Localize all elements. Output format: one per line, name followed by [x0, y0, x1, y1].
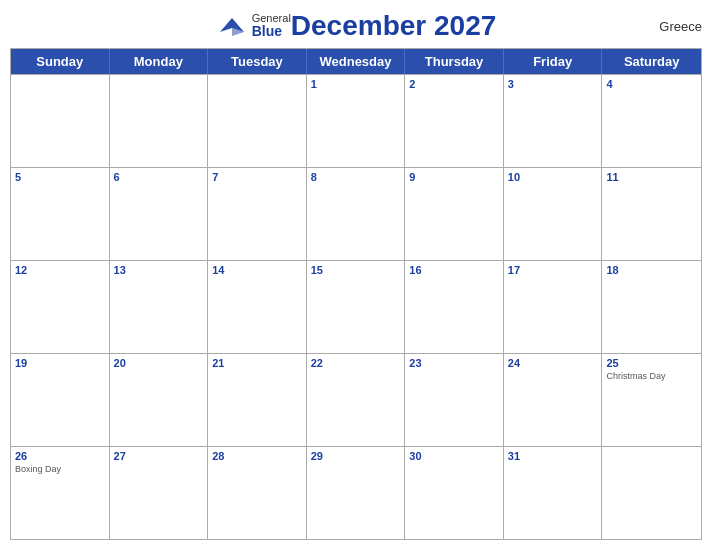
day-cell-12: 12 [11, 261, 110, 353]
day-cell-7: 7 [208, 168, 307, 260]
day-cell-17: 17 [504, 261, 603, 353]
day-number: 3 [508, 78, 598, 90]
calendar-header: General Blue December 2027 Greece [10, 10, 702, 42]
day-cell-2: 2 [405, 75, 504, 167]
day-cell-4: 4 [602, 75, 701, 167]
day-cell-8: 8 [307, 168, 406, 260]
day-cell-6: 6 [110, 168, 209, 260]
week-row-4: 19202122232425Christmas Day [11, 353, 701, 446]
day-number: 7 [212, 171, 302, 183]
day-cell-25: 25Christmas Day [602, 354, 701, 446]
day-header-monday: Monday [110, 49, 209, 74]
day-number: 15 [311, 264, 401, 276]
day-cell-18: 18 [602, 261, 701, 353]
day-cell-9: 9 [405, 168, 504, 260]
day-cell-30: 30 [405, 447, 504, 539]
day-cell-11: 11 [602, 168, 701, 260]
day-cell-3: 3 [504, 75, 603, 167]
day-cell-29: 29 [307, 447, 406, 539]
day-number: 20 [114, 357, 204, 369]
day-number: 9 [409, 171, 499, 183]
week-row-3: 12131415161718 [11, 260, 701, 353]
day-cell-empty-6 [602, 447, 701, 539]
day-number: 8 [311, 171, 401, 183]
day-cell-24: 24 [504, 354, 603, 446]
day-number: 17 [508, 264, 598, 276]
week-row-5: 26Boxing Day2728293031 [11, 446, 701, 539]
day-cell-21: 21 [208, 354, 307, 446]
day-number: 21 [212, 357, 302, 369]
day-number: 22 [311, 357, 401, 369]
day-number: 11 [606, 171, 697, 183]
day-header-saturday: Saturday [602, 49, 701, 74]
day-header-sunday: Sunday [11, 49, 110, 74]
day-header-tuesday: Tuesday [208, 49, 307, 74]
day-cell-22: 22 [307, 354, 406, 446]
day-cell-13: 13 [110, 261, 209, 353]
day-number: 18 [606, 264, 697, 276]
country-label: Greece [659, 19, 702, 34]
day-number: 25 [606, 357, 697, 369]
day-cell-23: 23 [405, 354, 504, 446]
day-header-thursday: Thursday [405, 49, 504, 74]
week-row-2: 567891011 [11, 167, 701, 260]
day-cell-26: 26Boxing Day [11, 447, 110, 539]
day-number: 5 [15, 171, 105, 183]
day-number: 6 [114, 171, 204, 183]
day-cell-empty-2 [208, 75, 307, 167]
holiday-label: Christmas Day [606, 371, 697, 381]
day-number: 19 [15, 357, 105, 369]
day-number: 31 [508, 450, 598, 462]
day-number: 27 [114, 450, 204, 462]
day-number: 14 [212, 264, 302, 276]
day-cell-31: 31 [504, 447, 603, 539]
day-number: 26 [15, 450, 105, 462]
calendar-grid: SundayMondayTuesdayWednesdayThursdayFrid… [10, 48, 702, 540]
day-number: 16 [409, 264, 499, 276]
logo-blue-text: Blue [252, 24, 291, 39]
day-cell-27: 27 [110, 447, 209, 539]
day-cell-15: 15 [307, 261, 406, 353]
day-number: 12 [15, 264, 105, 276]
day-cell-28: 28 [208, 447, 307, 539]
day-cell-empty-0 [11, 75, 110, 167]
calendar-title: December 2027 [291, 10, 496, 42]
day-cell-1: 1 [307, 75, 406, 167]
day-number: 10 [508, 171, 598, 183]
day-number: 4 [606, 78, 697, 90]
day-cell-10: 10 [504, 168, 603, 260]
day-number: 23 [409, 357, 499, 369]
day-number: 2 [409, 78, 499, 90]
day-number: 28 [212, 450, 302, 462]
day-cell-5: 5 [11, 168, 110, 260]
calendar-body: 1234567891011121314151617181920212223242… [11, 74, 701, 539]
logo: General Blue [216, 12, 291, 39]
day-cell-19: 19 [11, 354, 110, 446]
day-number: 13 [114, 264, 204, 276]
holiday-label: Boxing Day [15, 464, 105, 474]
day-header-friday: Friday [504, 49, 603, 74]
day-number: 29 [311, 450, 401, 462]
day-headers-row: SundayMondayTuesdayWednesdayThursdayFrid… [11, 49, 701, 74]
day-cell-14: 14 [208, 261, 307, 353]
day-cell-16: 16 [405, 261, 504, 353]
day-number: 1 [311, 78, 401, 90]
day-header-wednesday: Wednesday [307, 49, 406, 74]
day-cell-20: 20 [110, 354, 209, 446]
day-cell-empty-1 [110, 75, 209, 167]
logo-icon [216, 14, 248, 38]
week-row-1: 1234 [11, 74, 701, 167]
day-number: 30 [409, 450, 499, 462]
day-number: 24 [508, 357, 598, 369]
